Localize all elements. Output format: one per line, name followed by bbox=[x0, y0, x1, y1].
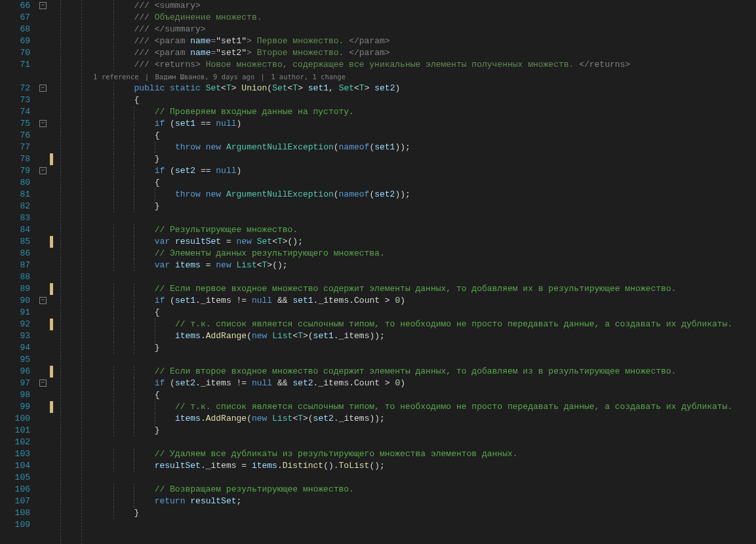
line-number: 84 bbox=[0, 224, 30, 236]
line-number: 67 bbox=[0, 12, 30, 24]
line-number: 73 bbox=[0, 94, 30, 106]
fold-column[interactable]: −−−−−− bbox=[38, 0, 50, 544]
code-line[interactable]: { bbox=[93, 94, 756, 106]
line-number: 108 bbox=[0, 507, 30, 519]
code-line[interactable]: // Элементы данных результирующего множе… bbox=[93, 248, 756, 260]
codelens-references[interactable]: 1 reference bbox=[93, 73, 139, 81]
modified-line-marker bbox=[50, 236, 53, 248]
code-line[interactable]: var items = new List<T>(); bbox=[93, 260, 756, 271]
code-line[interactable]: /// <summary> bbox=[93, 0, 756, 12]
line-number: 98 bbox=[0, 389, 30, 401]
code-line[interactable]: var resultSet = new Set<T>(); bbox=[93, 236, 756, 248]
code-line[interactable]: resultSet._items = items.Distinct().ToLi… bbox=[93, 460, 756, 472]
line-number: 77 bbox=[0, 142, 30, 153]
line-number: 76 bbox=[0, 130, 30, 142]
codelens-author[interactable]: Вадим Шванов, 9 days ago bbox=[155, 73, 255, 81]
codelens[interactable]: 1 reference | Вадим Шванов, 9 days ago |… bbox=[93, 71, 756, 83]
gutter: 6667686970717273747576777879808182838485… bbox=[0, 0, 93, 544]
fold-toggle[interactable]: − bbox=[39, 167, 47, 174]
fold-toggle[interactable]: − bbox=[39, 2, 47, 9]
code-line[interactable]: // Удаляем все дубликаты из результирующ… bbox=[93, 448, 756, 460]
line-number: 78 bbox=[0, 153, 30, 165]
line-number: 89 bbox=[0, 283, 30, 295]
code-line[interactable]: public static Set<T> Union(Set<T> set1, … bbox=[93, 83, 756, 94]
code-line[interactable]: throw new ArgumentNullException(nameof(s… bbox=[93, 142, 756, 153]
code-line[interactable]: { bbox=[93, 177, 756, 189]
code-line[interactable]: throw new ArgumentNullException(nameof(s… bbox=[93, 189, 756, 201]
code-line[interactable]: // Если первое входное множество содержи… bbox=[93, 283, 756, 295]
code-line[interactable] bbox=[93, 472, 756, 484]
code-line[interactable]: if (set2 == null) bbox=[93, 165, 756, 177]
line-number: 105 bbox=[0, 472, 30, 484]
line-number: 71 bbox=[0, 59, 30, 71]
code-line[interactable]: // т.к. список является ссылочным типом,… bbox=[93, 319, 756, 330]
modified-line-marker bbox=[50, 283, 53, 295]
modified-line-marker bbox=[50, 319, 53, 330]
code-line[interactable]: } bbox=[93, 342, 756, 354]
line-number: 88 bbox=[0, 271, 30, 283]
code-line[interactable] bbox=[93, 212, 756, 224]
fold-toggle[interactable]: − bbox=[39, 297, 47, 304]
line-number: 80 bbox=[0, 177, 30, 189]
line-number: 87 bbox=[0, 260, 30, 271]
code-line[interactable]: return resultSet; bbox=[93, 495, 756, 507]
line-number: 83 bbox=[0, 212, 30, 224]
code-line[interactable] bbox=[93, 354, 756, 366]
code-line[interactable]: // Проверяем входные данные на пустоту. bbox=[93, 106, 756, 118]
code-line[interactable] bbox=[93, 519, 756, 531]
code-content[interactable]: /// <summary> /// Объединение множеств. … bbox=[93, 0, 756, 544]
line-number: 81 bbox=[0, 189, 30, 201]
code-line[interactable]: // Результирующее множество. bbox=[93, 224, 756, 236]
code-line[interactable]: } bbox=[93, 201, 756, 212]
line-number: 101 bbox=[0, 425, 30, 437]
code-line[interactable]: items.AddRange(new List<T>(set1._items))… bbox=[93, 330, 756, 342]
code-line[interactable] bbox=[93, 437, 756, 448]
code-line[interactable]: items.AddRange(new List<T>(set2._items))… bbox=[93, 413, 756, 425]
line-number: 104 bbox=[0, 460, 30, 472]
line-number: 66 bbox=[0, 0, 30, 12]
code-line[interactable]: } bbox=[93, 507, 756, 519]
line-number-column: 6667686970717273747576777879808182838485… bbox=[0, 0, 38, 544]
code-line[interactable]: /// </summary> bbox=[93, 24, 756, 35]
line-number: 85 bbox=[0, 236, 30, 248]
fold-toggle[interactable]: − bbox=[39, 379, 47, 387]
line-number: 106 bbox=[0, 484, 30, 495]
codelens-changes[interactable]: 1 author, 1 change bbox=[271, 73, 346, 81]
code-line[interactable]: if (set1 == null) bbox=[93, 118, 756, 130]
code-line[interactable]: /// Объединение множеств. bbox=[93, 12, 756, 24]
fold-toggle[interactable]: − bbox=[39, 120, 47, 127]
code-line[interactable]: { bbox=[93, 130, 756, 142]
line-number: 79 bbox=[0, 165, 30, 177]
code-line[interactable]: } bbox=[93, 425, 756, 437]
code-line[interactable]: { bbox=[93, 389, 756, 401]
code-line[interactable]: // Если второе входное множество содержи… bbox=[93, 366, 756, 378]
line-number: 70 bbox=[0, 47, 30, 59]
line-number: 68 bbox=[0, 24, 30, 35]
outline-guide-column bbox=[54, 0, 93, 544]
line-number: 90 bbox=[0, 295, 30, 307]
code-line[interactable]: { bbox=[93, 307, 756, 319]
code-line[interactable]: if (set1._items != null && set1._items.C… bbox=[93, 295, 756, 307]
line-number: 75 bbox=[0, 118, 30, 130]
code-line[interactable]: /// <param name="set1"> Первое множество… bbox=[93, 35, 756, 47]
modified-line-marker bbox=[50, 153, 53, 165]
code-line[interactable]: /// <returns> Новое множество, содержаще… bbox=[93, 59, 756, 71]
modified-line-marker bbox=[50, 401, 53, 413]
line-number: 94 bbox=[0, 342, 30, 354]
code-line[interactable]: // Возвращаем результирующее множество. bbox=[93, 484, 756, 495]
line-number: 95 bbox=[0, 354, 30, 366]
code-line[interactable] bbox=[93, 271, 756, 283]
line-number: 103 bbox=[0, 448, 30, 460]
line-number: 82 bbox=[0, 201, 30, 212]
code-editor[interactable]: 6667686970717273747576777879808182838485… bbox=[0, 0, 756, 544]
code-line[interactable]: // т.к. список является ссылочным типом,… bbox=[93, 401, 756, 413]
code-line[interactable]: if (set2._items != null && set2._items.C… bbox=[93, 378, 756, 389]
code-line[interactable]: /// <param name="set2"> Второе множество… bbox=[93, 47, 756, 59]
line-number: 74 bbox=[0, 106, 30, 118]
line-number: 109 bbox=[0, 519, 30, 531]
code-line[interactable]: } bbox=[93, 153, 756, 165]
line-number: 93 bbox=[0, 330, 30, 342]
fold-toggle[interactable]: − bbox=[39, 85, 47, 92]
line-number: 99 bbox=[0, 401, 30, 413]
line-number: 69 bbox=[0, 35, 30, 47]
